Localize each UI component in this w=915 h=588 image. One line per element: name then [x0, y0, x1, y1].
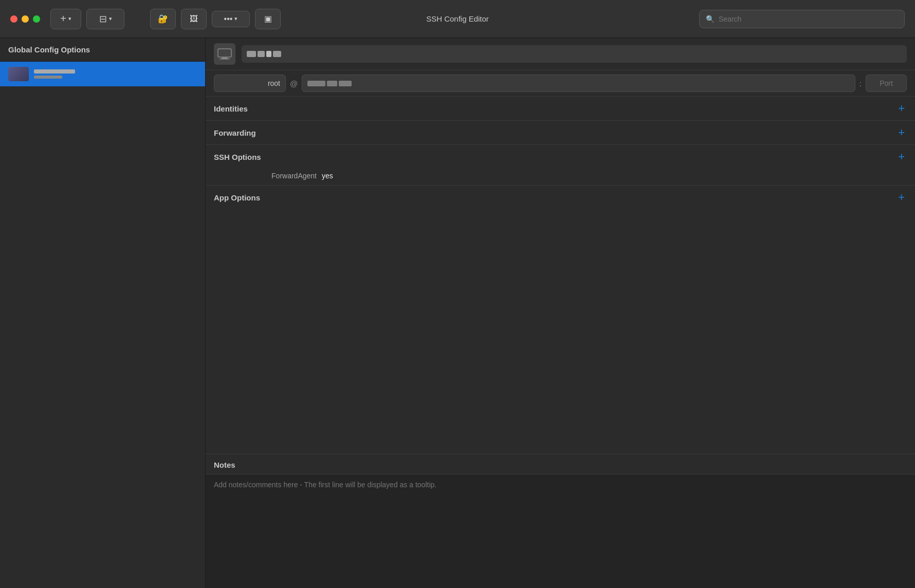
ssh-options-title: SSH Options [214, 153, 261, 161]
sidebar-header: Global Config Options [0, 38, 205, 62]
identity-button[interactable]: 🖼 [181, 9, 207, 29]
ssh-options-header[interactable]: SSH Options + [206, 145, 915, 169]
svg-rect-2 [219, 59, 230, 60]
detail-panel: @ : Identities + Forwarding [206, 38, 915, 588]
forwarding-add-button[interactable]: + [896, 127, 907, 138]
section-forwarding: Forwarding + [206, 121, 915, 145]
svg-rect-0 [218, 49, 231, 57]
more-button[interactable]: ••• ▾ [212, 11, 250, 27]
notes-title: Notes [214, 461, 235, 469]
option-key-forward-agent: ForwardAgent [214, 172, 317, 180]
host-icon [214, 43, 235, 65]
more-dropdown-icon: ▾ [234, 15, 237, 22]
at-separator: @ [290, 79, 298, 88]
option-row-forward-agent: ForwardAgent yes [206, 169, 915, 185]
add-button[interactable]: + ▾ [50, 9, 81, 29]
forwarding-title: Forwarding [214, 128, 256, 137]
app-options-add-button[interactable]: + [896, 192, 907, 203]
toolbar-left: + ▾ ⊟ ▾ [50, 9, 124, 29]
add-icon: + [60, 13, 66, 25]
minimize-button[interactable] [22, 15, 29, 23]
toolbar-center: 🔐 🖼 ••• ▾ ▣ [150, 9, 281, 29]
colon-separator: : [859, 79, 862, 88]
identities-add-button[interactable]: + [896, 103, 907, 114]
username-input[interactable] [214, 75, 286, 92]
notes-header: Notes [206, 454, 915, 474]
maximize-button[interactable] [33, 15, 40, 23]
notes-textarea[interactable] [206, 474, 915, 588]
list-sort-button[interactable]: ⊟ ▾ [86, 9, 124, 29]
sidebar: Global Config Options [0, 38, 206, 588]
close-button[interactable] [10, 15, 17, 23]
sidebar-item-icon [8, 67, 29, 81]
add-dropdown-icon: ▾ [68, 15, 71, 22]
search-icon: 🔍 [706, 15, 715, 23]
connection-row: @ : [206, 70, 915, 97]
main-content: Global Config Options [0, 38, 915, 588]
content-spacer [206, 320, 915, 454]
forwarding-header[interactable]: Forwarding + [206, 121, 915, 144]
identity-icon: 🖼 [190, 14, 198, 24]
identities-header[interactable]: Identities + [206, 97, 915, 120]
list-dropdown-icon: ▾ [109, 15, 112, 22]
key-icon: 🔐 [158, 14, 168, 24]
list-icon: ⊟ [99, 13, 107, 25]
search-bar: 🔍 [699, 10, 905, 28]
sidebar-item-0[interactable] [0, 62, 205, 86]
terminal-button[interactable]: ▣ [255, 9, 281, 29]
port-input[interactable] [866, 75, 907, 92]
identities-title: Identities [214, 104, 248, 113]
search-input[interactable] [719, 15, 898, 23]
section-ssh-options: SSH Options + ForwardAgent yes [206, 145, 915, 186]
title-bar: + ▾ ⊟ ▾ 🔐 🖼 ••• ▾ ▣ 🔍 SSH Config Edito [0, 0, 915, 38]
host-header [206, 38, 915, 70]
app-options-header[interactable]: App Options + [206, 186, 915, 209]
ssh-options-add-button[interactable]: + [896, 151, 907, 162]
section-app-options: App Options + [206, 186, 915, 320]
traffic-lights [10, 15, 40, 23]
section-identities: Identities + [206, 97, 915, 121]
window-title: SSH Config Editor [426, 14, 489, 23]
option-value-forward-agent: yes [322, 172, 333, 180]
notes-section: Notes [206, 454, 915, 588]
toolbar-right: 🔍 [699, 10, 905, 28]
more-icon: ••• [224, 14, 233, 24]
app-options-title: App Options [214, 193, 260, 202]
terminal-icon: ▣ [264, 14, 272, 24]
key-manager-button[interactable]: 🔐 [150, 9, 176, 29]
